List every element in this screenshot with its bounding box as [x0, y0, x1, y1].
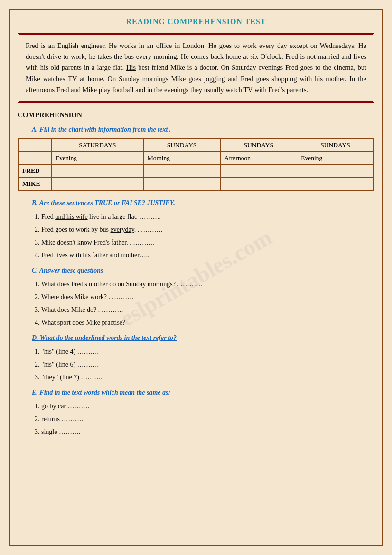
chart-col-saturdays: SATURDAYS	[52, 139, 144, 151]
section-e-questions: go by car ………. returns ………. single ……….	[41, 401, 374, 437]
chart-subheader-evening2: Evening	[297, 151, 374, 164]
section-b-label: B.	[32, 199, 39, 207]
chart-mike-sun-morn	[143, 177, 220, 190]
underline-father-mother: father and mother	[92, 252, 140, 259]
section-c-questions: What does Fred's mother do on Sunday mor…	[41, 279, 374, 328]
chart-fred-label: FRED	[19, 164, 52, 177]
section-b: B. Are these sentences TRUE or FALSE? JU…	[18, 199, 374, 260]
reading-passage-box: Fred is an English engineer. He works in…	[18, 33, 374, 103]
section-d: D. What do the underlined words in the t…	[18, 334, 374, 382]
list-item: Fred and his wife live in a large flat. …	[41, 212, 374, 222]
section-e-heading: E. Find in the text words which mean the…	[32, 389, 374, 396]
section-d-heading: D. What do the underlined words in the t…	[32, 334, 374, 342]
chart-mike-label: MIKE	[19, 177, 52, 190]
comprehension-heading: COMPREHENSION	[18, 111, 374, 119]
chart-header-row: SATURDAYS SUNDAYS SUNDAYS SUNDAYS	[19, 139, 374, 151]
page-container: READING COMPREHENSION TEST Fred is an En…	[9, 9, 383, 546]
section-b-questions: Fred and his wife live in a large flat. …	[41, 212, 374, 260]
underline-everyday: everyday	[110, 226, 134, 233]
chart-container: SATURDAYS SUNDAYS SUNDAYS SUNDAYS Evenin…	[18, 138, 374, 191]
chart-mike-row: MIKE	[19, 177, 374, 190]
activity-chart: SATURDAYS SUNDAYS SUNDAYS SUNDAYS Evenin…	[18, 139, 374, 190]
list-item: Mike doesn't know Fred's father. . ……….	[41, 237, 374, 247]
section-d-label: D.	[32, 334, 40, 341]
list-item: What does Fred's mother do on Sunday mor…	[41, 279, 374, 289]
section-c-heading: C. Answer these questions	[32, 267, 374, 274]
section-b-text: Are these sentences TRUE or FALSE? JUSTI…	[39, 199, 175, 207]
list-item: Where does Mike work? . ……….	[41, 292, 374, 302]
chart-fred-row: FRED	[19, 164, 374, 177]
chart-col-sundays2: SUNDAYS	[220, 139, 297, 151]
section-e: E. Find in the text words which mean the…	[18, 389, 374, 437]
underline-wife: and his wife	[55, 213, 87, 220]
section-e-text: Find in the text words which mean the sa…	[39, 389, 170, 396]
list-item: What does Mike do? . ……….	[41, 305, 374, 315]
reading-text: Fred is an English engineer. He works in…	[26, 40, 366, 95]
section-e-label: E.	[32, 389, 39, 396]
section-d-text: What do the underlined words in the text…	[40, 334, 177, 341]
list-item: "his" (line 4) ……….	[41, 347, 374, 357]
section-a: A. Fill in the chart with information fr…	[18, 126, 374, 191]
list-item: "they" (line 7) ……….	[41, 372, 374, 382]
section-a-heading: A. Fill in the chart with information fr…	[32, 126, 374, 133]
list-item: Fred goes to work by bus everyday. . …………	[41, 225, 374, 235]
list-item: What sport does Mike practise?	[41, 318, 374, 328]
section-b-heading: B. Are these sentences TRUE or FALSE? JU…	[32, 199, 374, 207]
list-item: Fred lives with his father and mother…..	[41, 250, 374, 260]
section-a-label: A.	[32, 126, 39, 133]
chart-fred-sun-morn	[143, 164, 220, 177]
chart-col-sundays1: SUNDAYS	[143, 139, 220, 151]
section-d-questions: "his" (line 4) ………. "his" (line 6) ………. …	[41, 347, 374, 382]
chart-empty-header	[19, 139, 52, 151]
chart-col-sundays3: SUNDAYS	[297, 139, 374, 151]
section-c-text: Answer these questions	[39, 267, 103, 274]
list-item: returns ……….	[41, 414, 374, 424]
chart-subheader-evening: Evening	[52, 151, 144, 164]
chart-mike-sun-aft	[220, 177, 297, 190]
chart-subheader-morning: Morning	[143, 151, 220, 164]
list-item: go by car ……….	[41, 401, 374, 411]
underline-doesnt-know: doesn't know	[57, 239, 92, 246]
list-item: single ……….	[41, 427, 374, 437]
chart-fred-sun-eve	[297, 164, 374, 177]
chart-subheader-row: Evening Morning Afternoon Evening	[19, 151, 374, 164]
page-title: READING COMPREHENSION TEST	[18, 18, 374, 26]
chart-fred-sun-aft	[220, 164, 297, 177]
list-item: "his" (line 6) ……….	[41, 359, 374, 369]
chart-subheader-empty	[19, 151, 52, 164]
chart-fred-sat-eve	[52, 164, 144, 177]
chart-mike-sat-eve	[52, 177, 144, 190]
chart-mike-sun-eve	[297, 177, 374, 190]
section-c: C. Answer these questions What does Fred…	[18, 267, 374, 328]
section-a-text: Fill in the chart with information from …	[39, 126, 171, 133]
section-c-label: C.	[32, 267, 39, 274]
chart-subheader-afternoon: Afternoon	[220, 151, 297, 164]
